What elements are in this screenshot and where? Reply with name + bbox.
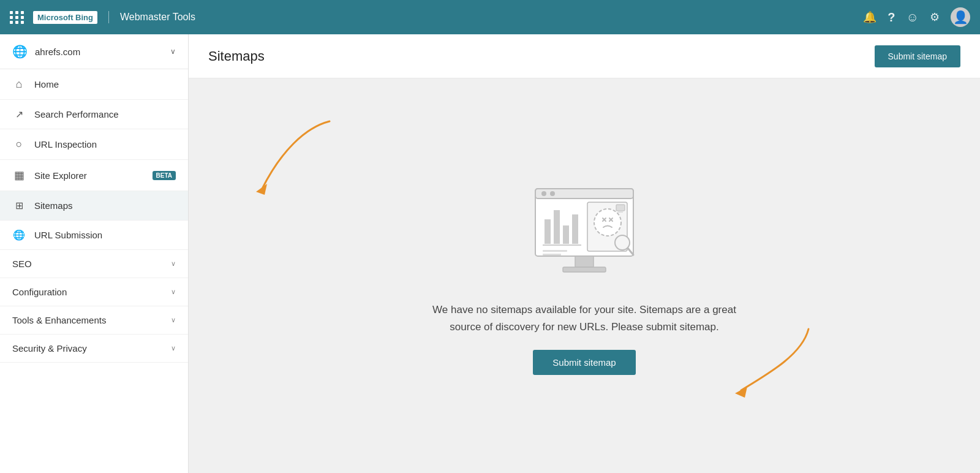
svg-rect-23 bbox=[618, 211, 623, 213]
chevron-down-icon: ∨ bbox=[171, 344, 176, 352]
sidebar-item-site-explorer[interactable]: ▦ Site Explorer BETA bbox=[0, 160, 188, 191]
sitemaps-icon: ⊞ bbox=[12, 200, 26, 211]
home-icon: ⌂ bbox=[12, 78, 26, 91]
empty-state: We have no sitemaps available for your s… bbox=[431, 176, 737, 374]
help-icon[interactable]: ? bbox=[888, 10, 895, 25]
sidebar-item-label: Search Performance bbox=[34, 109, 176, 119]
bing-logo: Microsoft Bing bbox=[33, 11, 97, 24]
svg-marker-24 bbox=[735, 387, 747, 398]
chevron-down-icon: ∨ bbox=[171, 288, 176, 296]
sidebar-item-label: Configuration bbox=[12, 287, 162, 297]
site-selector[interactable]: 🌐 ahrefs.com ∨ bbox=[0, 34, 188, 69]
search-icon: ○ bbox=[12, 138, 26, 151]
empty-state-illustration bbox=[517, 176, 652, 287]
svg-rect-12 bbox=[543, 250, 567, 252]
svg-rect-22 bbox=[616, 205, 625, 211]
sidebar-item-sitemaps[interactable]: ⊞ Sitemaps bbox=[0, 191, 188, 221]
sidebar-item-seo[interactable]: SEO ∨ bbox=[0, 250, 188, 278]
sidebar-item-label: Site Explorer bbox=[34, 170, 144, 181]
chevron-down-icon: ∨ bbox=[171, 260, 176, 268]
arrow-annotation-right bbox=[723, 323, 821, 403]
logo-divider bbox=[108, 11, 109, 23]
settings-icon[interactable]: ⚙ bbox=[930, 10, 940, 24]
svg-rect-9 bbox=[563, 225, 569, 244]
content-header: Sitemaps Submit sitemap bbox=[189, 34, 980, 78]
globe-small-icon: 🌐 bbox=[12, 229, 26, 241]
sidebar-item-label: URL Submission bbox=[34, 230, 176, 240]
sidebar-item-label: URL Inspection bbox=[34, 139, 176, 149]
svg-rect-10 bbox=[572, 214, 578, 244]
trending-icon: ↗ bbox=[12, 108, 26, 120]
svg-rect-2 bbox=[575, 256, 594, 267]
topbar: Microsoft Bing Webmaster Tools 🔔 ? ☺ ⚙ 👤 bbox=[0, 0, 980, 34]
svg-rect-3 bbox=[563, 267, 606, 272]
svg-rect-7 bbox=[545, 219, 551, 244]
sidebar-item-home[interactable]: ⌂ Home bbox=[0, 69, 188, 100]
svg-rect-13 bbox=[543, 254, 561, 255]
sidebar: 🌐 ahrefs.com ∨ ⌂ Home ↗ Search Performan… bbox=[0, 34, 189, 473]
arrow-annotation-left bbox=[244, 115, 354, 213]
empty-state-message: We have no sitemaps available for your s… bbox=[431, 301, 737, 335]
sidebar-item-url-inspection[interactable]: ○ URL Inspection bbox=[0, 129, 188, 160]
logo: Microsoft Bing Webmaster Tools bbox=[10, 11, 195, 24]
content-area: Sitemaps Submit sitemap bbox=[189, 34, 980, 473]
notification-icon[interactable]: 🔔 bbox=[863, 10, 876, 24]
svg-point-6 bbox=[550, 191, 555, 196]
sidebar-item-search-performance[interactable]: ↗ Search Performance bbox=[0, 100, 188, 129]
sidebar-item-label: Tools & Enhancements bbox=[12, 315, 162, 325]
sidebar-item-label: Security & Privacy bbox=[12, 343, 162, 354]
product-name: Webmaster Tools bbox=[120, 12, 195, 23]
site-name: ahrefs.com bbox=[35, 47, 163, 57]
chevron-down-icon: ∨ bbox=[170, 47, 176, 56]
feedback-icon[interactable]: ☺ bbox=[907, 10, 919, 25]
grid-list-icon: ▦ bbox=[12, 168, 26, 182]
chevron-down-icon: ∨ bbox=[171, 316, 176, 324]
content-body: We have no sitemaps available for your s… bbox=[189, 78, 980, 473]
sidebar-item-label: Sitemaps bbox=[34, 200, 176, 211]
sidebar-item-label: Home bbox=[34, 79, 176, 89]
svg-rect-8 bbox=[554, 210, 560, 244]
page-title: Sitemaps bbox=[208, 48, 265, 64]
beta-badge: BETA bbox=[153, 171, 176, 180]
avatar[interactable]: 👤 bbox=[951, 7, 970, 27]
grid-icon bbox=[10, 11, 24, 24]
svg-marker-0 bbox=[256, 184, 267, 195]
sidebar-item-tools-enhancements[interactable]: Tools & Enhancements ∨ bbox=[0, 306, 188, 335]
svg-point-15 bbox=[594, 209, 621, 236]
sidebar-item-configuration[interactable]: Configuration ∨ bbox=[0, 278, 188, 306]
main-layout: 🌐 ahrefs.com ∨ ⌂ Home ↗ Search Performan… bbox=[0, 34, 980, 473]
topbar-actions: 🔔 ? ☺ ⚙ 👤 bbox=[863, 7, 970, 27]
sidebar-item-label: SEO bbox=[12, 259, 162, 269]
svg-point-5 bbox=[541, 191, 546, 196]
submit-sitemap-center-button[interactable]: Submit sitemap bbox=[533, 350, 635, 375]
sidebar-item-url-submission[interactable]: 🌐 URL Submission bbox=[0, 221, 188, 250]
submit-sitemap-header-button[interactable]: Submit sitemap bbox=[875, 45, 960, 67]
globe-icon: 🌐 bbox=[12, 44, 28, 59]
sidebar-item-security-privacy[interactable]: Security & Privacy ∨ bbox=[0, 335, 188, 363]
